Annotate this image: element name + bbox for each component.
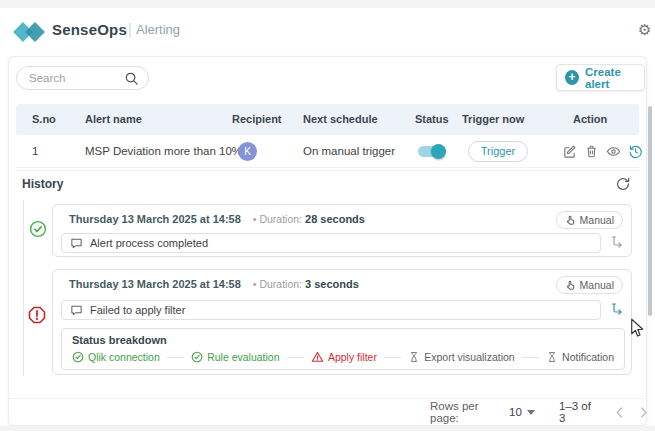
entry-meta: Thursday 13 March 2025 at 14:58 • Durati…: [69, 278, 359, 290]
senseops-logo-icon: [14, 20, 48, 44]
table-header-row: S.no Alert name Recipient Next schedule …: [16, 104, 639, 135]
entry-timestamp: Thursday 13 March 2025 at 14:58: [69, 213, 241, 225]
row-actions: [562, 144, 643, 159]
entry-message: Alert process completed: [90, 237, 208, 249]
entry-duration-value: 28 seconds: [305, 213, 365, 225]
step-label: Notification: [562, 351, 614, 363]
step-warning-icon: [311, 351, 324, 363]
entry-duration-label: • Duration:: [253, 278, 302, 290]
row-next-schedule: On manual trigger: [303, 135, 395, 168]
brand-divider: |: [128, 21, 132, 37]
step-label: Rule evaluation: [207, 351, 279, 363]
search-input[interactable]: [29, 67, 127, 89]
status-toggle[interactable]: [418, 146, 445, 157]
expand-flow-icon[interactable]: [610, 235, 624, 249]
top-strip: [0, 0, 655, 8]
history-separator: [16, 170, 639, 171]
pagination-bar: Rows per page: 10 1–3 of 3: [430, 399, 647, 425]
history-entry-success: Thursday 13 March 2025 at 14:58 • Durati…: [52, 204, 632, 257]
rows-per-page-select[interactable]: 10: [509, 406, 535, 418]
comment-icon: [70, 304, 83, 317]
view-icon[interactable]: [606, 144, 621, 159]
logo-diamond-right: [25, 22, 45, 42]
col-action: Action: [573, 104, 607, 135]
search-box[interactable]: [16, 66, 149, 90]
caret-down-icon: [527, 410, 535, 415]
entry-duration-label: • Duration:: [253, 213, 302, 225]
manual-badge-label: Manual: [580, 214, 614, 226]
entry-message-box: Alert process completed: [61, 233, 601, 253]
history-entry-error: Thursday 13 March 2025 at 14:58 • Durati…: [52, 269, 632, 375]
recipient-avatar: K: [238, 142, 257, 161]
status-breakdown-steps: Qlik connection Rule evaluation: [72, 351, 614, 363]
success-check-icon: [29, 220, 47, 238]
history-timeline-line: [23, 200, 24, 376]
step-connector: [522, 357, 539, 358]
manual-badge-label: Manual: [580, 279, 614, 291]
col-recipient: Recipient: [232, 104, 282, 135]
step-notification: Notification: [546, 351, 614, 363]
rows-per-page-value: 10: [509, 406, 522, 418]
page-title: Alerting: [136, 22, 180, 37]
settings-gear-icon[interactable]: ⚙: [638, 22, 651, 37]
edit-icon[interactable]: [562, 144, 577, 159]
entry-message: Failed to apply filter: [90, 304, 185, 316]
chevron-right-icon[interactable]: [640, 406, 647, 419]
col-next-schedule: Next schedule: [303, 104, 378, 135]
row-alert-name: MSP Deviation more than 10%: [85, 135, 242, 168]
trigger-now-button[interactable]: Trigger: [468, 141, 528, 162]
entry-meta: Thursday 13 March 2025 at 14:58 • Durati…: [69, 213, 365, 225]
col-alert-name: Alert name: [85, 104, 142, 135]
comment-icon: [70, 237, 83, 250]
step-label: Export visualization: [424, 351, 514, 363]
entry-message-box: Failed to apply filter: [61, 300, 601, 320]
step-connector: [384, 357, 401, 358]
refresh-icon[interactable]: [615, 176, 631, 192]
chevron-left-icon[interactable]: [616, 406, 623, 419]
step-qlik-connection: Qlik connection: [72, 351, 160, 363]
entry-timestamp: Thursday 13 March 2025 at 14:58: [69, 278, 241, 290]
plus-circle-icon: +: [565, 70, 579, 85]
col-status: Status: [415, 104, 449, 135]
search-icon[interactable]: [124, 71, 139, 86]
col-sno: S.no: [32, 104, 56, 135]
col-trigger-now: Trigger now: [462, 104, 524, 135]
step-hourglass-icon: [546, 351, 558, 363]
error-octagon-icon: [28, 306, 46, 324]
step-rule-evaluation: Rule evaluation: [191, 351, 279, 363]
row-sno: 1: [32, 135, 38, 168]
manual-badge: Manual: [556, 276, 623, 294]
step-label: Apply filter: [328, 351, 377, 363]
status-breakdown-title: Status breakdown: [72, 334, 614, 346]
manual-hand-icon: [565, 215, 576, 226]
scrollbar-thumb[interactable]: [648, 106, 652, 316]
delete-icon[interactable]: [584, 144, 599, 159]
pagination-range: 1–3 of 3: [559, 400, 593, 424]
manual-hand-icon: [565, 280, 576, 291]
bottom-strip: [0, 426, 655, 431]
toggle-thumb: [431, 144, 446, 159]
table-row: 1 MSP Deviation more than 10% K On manua…: [16, 135, 639, 168]
step-connector: [167, 357, 184, 358]
status-breakdown-panel: Status breakdown Qlik connection Rule ev…: [61, 328, 625, 370]
create-alert-button[interactable]: + Create alert: [556, 64, 645, 91]
entry-duration-value: 3 seconds: [305, 278, 359, 290]
history-heading: History: [22, 177, 63, 191]
step-label: Qlik connection: [88, 351, 160, 363]
step-apply-filter: Apply filter: [311, 351, 377, 363]
rows-per-page-label: Rows per page:: [430, 400, 495, 424]
run-history-icon[interactable]: [628, 144, 643, 159]
step-check-icon: [191, 351, 203, 363]
alerting-page: SenseOps | Alerting ⚙ + Create alert S.n…: [0, 0, 655, 431]
brand-title: SenseOps: [52, 21, 127, 38]
expand-flow-icon-active[interactable]: [610, 302, 624, 316]
create-alert-label: Create alert: [585, 66, 644, 90]
step-check-icon: [72, 351, 84, 363]
step-connector: [287, 357, 304, 358]
step-hourglass-icon: [408, 351, 420, 363]
step-export-visualization: Export visualization: [408, 351, 514, 363]
manual-badge: Manual: [556, 211, 623, 229]
